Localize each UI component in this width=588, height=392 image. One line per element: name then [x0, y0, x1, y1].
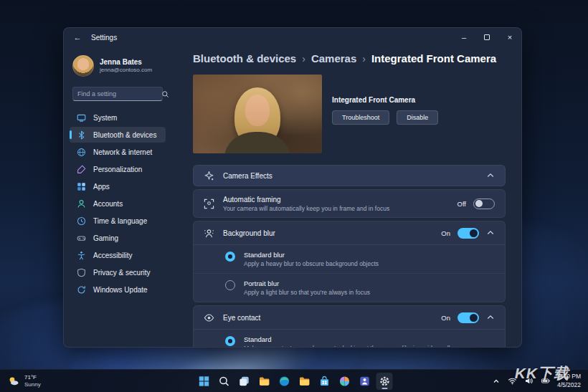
page-title: Integrated Front Camera: [371, 52, 496, 64]
close-button[interactable]: ×: [498, 28, 521, 47]
maximize-button[interactable]: [475, 28, 498, 47]
settings-taskbar-button[interactable]: [376, 373, 393, 390]
camera-info: Integrated Front Camera Troubleshoot Dis…: [332, 75, 438, 153]
preview-person-body: [224, 132, 290, 153]
background-blur-card: Background blur On Standard blur Apply a: [193, 221, 506, 302]
photos-icon: [338, 376, 350, 387]
main-content: Bluetooth & devices › Cameras › Integrat…: [171, 47, 521, 347]
store-button[interactable]: [316, 373, 333, 390]
bluetooth-icon: [77, 130, 86, 140]
automatic-framing-state: Off: [457, 200, 467, 208]
breadcrumb-separator: ›: [302, 53, 305, 64]
taskbar-search-button[interactable]: [216, 373, 232, 390]
sidebar-item-system[interactable]: System: [70, 110, 166, 125]
troubleshoot-button[interactable]: Troubleshoot: [332, 110, 389, 125]
site-watermark: KK下载: [515, 363, 569, 383]
portrait-blur-radio[interactable]: [225, 280, 235, 290]
window-body: Jenna Bates jenna@contoso.com System: [64, 47, 521, 347]
chevron-up-icon: [492, 377, 501, 386]
settings-window: ← Settings – × Jenna Bates jenna@contoso…: [63, 27, 522, 348]
preview-person-face: [245, 95, 270, 126]
teams-button[interactable]: [356, 373, 373, 390]
eye-contact-standard-option[interactable]: Standard Make eye contact even when you'…: [194, 330, 505, 347]
automatic-framing-title: Automatic framing: [223, 196, 449, 204]
portrait-blur-option[interactable]: Portrait blur Apply a light blur so that…: [194, 273, 505, 302]
teams-icon: [359, 376, 370, 387]
sidebar-item-apps[interactable]: Apps: [70, 178, 166, 194]
taskbar: 71°F Sunny: [0, 369, 588, 392]
breadcrumb: Bluetooth & devices › Cameras › Integrat…: [193, 52, 506, 64]
photos-button[interactable]: [336, 373, 353, 390]
file-explorer-icon: [258, 376, 270, 387]
background-blur-toggle[interactable]: [457, 228, 479, 239]
task-view-button[interactable]: [236, 373, 252, 390]
sidebar-item-accounts[interactable]: Accounts: [70, 196, 166, 211]
portrait-blur-title: Portrait blur: [244, 279, 495, 287]
weather-widget[interactable]: 71°F Sunny: [0, 370, 48, 392]
disable-button[interactable]: Disable: [397, 110, 438, 125]
sidebar-item-network-internet[interactable]: Network & internet: [70, 144, 166, 160]
standard-blur-option[interactable]: Standard blur Apply a heavy blur to obsc…: [194, 245, 505, 273]
folder-button[interactable]: [296, 373, 313, 390]
system-icon: [77, 113, 86, 123]
camera-effects-title: Camera Effects: [223, 172, 478, 180]
tray-chevron-up-button[interactable]: [491, 376, 501, 386]
sidebar-item-personalization[interactable]: Personalization: [70, 161, 166, 177]
sidebar-item-time-language[interactable]: Time & language: [70, 213, 166, 229]
camera-effects-section[interactable]: Camera Effects: [193, 165, 506, 186]
task-view-icon: [238, 376, 250, 387]
automatic-framing-toggle[interactable]: [473, 199, 495, 209]
chevron-up-icon[interactable]: [486, 171, 495, 180]
edge-browser-button[interactable]: [276, 373, 293, 390]
account-profile[interactable]: Jenna Bates jenna@contoso.com: [70, 52, 166, 80]
eye-contact-toggle[interactable]: [457, 312, 479, 323]
search-icon: [161, 90, 169, 98]
chevron-up-icon[interactable]: [486, 229, 495, 237]
weather-sun-icon: [7, 376, 20, 387]
automatic-framing-card: Automatic framing Your camera will autom…: [193, 189, 506, 218]
eye-contact-standard-description: Make eye contact even when you're lookin…: [244, 345, 495, 347]
profile-name: Jenna Bates: [100, 57, 152, 67]
taskbar-icons: [196, 373, 393, 390]
sidebar-item-windows-update[interactable]: Windows Update: [70, 282, 166, 297]
network-icon: [77, 148, 86, 157]
automatic-framing-description: Your camera will automatically keep you …: [223, 205, 449, 212]
chevron-up-icon[interactable]: [486, 313, 495, 322]
eye-contact-standard-title: Standard: [244, 335, 495, 343]
background-blur-icon: [204, 228, 214, 239]
sidebar-item-privacy-security[interactable]: Privacy & security: [70, 264, 166, 280]
background-blur-header[interactable]: Background blur On: [194, 221, 505, 245]
titlebar: ← Settings – ×: [64, 28, 521, 47]
camera-preview-row: Integrated Front Camera Troubleshoot Dis…: [193, 75, 506, 153]
start-button[interactable]: [196, 373, 212, 390]
minimize-button[interactable]: –: [452, 28, 475, 47]
standard-blur-title: Standard blur: [244, 251, 495, 259]
apps-icon: [77, 182, 86, 191]
eye-contact-header[interactable]: Eye contact On: [194, 306, 505, 330]
sidebar: Jenna Bates jenna@contoso.com System: [64, 47, 171, 347]
background-blur-title: Background blur: [223, 229, 432, 237]
profile-email: jenna@contoso.com: [100, 67, 152, 74]
eye-contact-standard-radio[interactable]: [225, 336, 235, 346]
file-explorer-button[interactable]: [256, 373, 272, 390]
avatar: [72, 55, 94, 77]
sidebar-item-bluetooth-devices[interactable]: Bluetooth & devices: [70, 127, 166, 143]
eye-contact-title: Eye contact: [223, 314, 432, 322]
search-input[interactable]: [77, 90, 161, 97]
eye-contact-card: Eye contact On Standard Make eye contact: [193, 305, 506, 347]
desktop: { "window": { "title": "Settings" }, "si…: [0, 0, 588, 392]
eye-contact-icon: [204, 312, 214, 323]
portrait-blur-description: Apply a light blur so that you're always…: [244, 289, 495, 296]
standard-blur-radio[interactable]: [225, 252, 235, 262]
store-icon: [318, 376, 330, 387]
breadcrumb-cameras[interactable]: Cameras: [311, 52, 356, 64]
sidebar-item-accessibility[interactable]: Accessibility: [70, 247, 166, 263]
search-box[interactable]: [72, 87, 163, 101]
breadcrumb-bluetooth-devices[interactable]: Bluetooth & devices: [193, 52, 296, 64]
clock-icon: [77, 216, 86, 226]
eye-contact-state: On: [441, 314, 450, 322]
back-icon[interactable]: ←: [72, 32, 82, 42]
background-blur-state: On: [441, 229, 450, 237]
sidebar-item-gaming[interactable]: Gaming: [70, 230, 166, 246]
shield-icon: [77, 268, 86, 277]
